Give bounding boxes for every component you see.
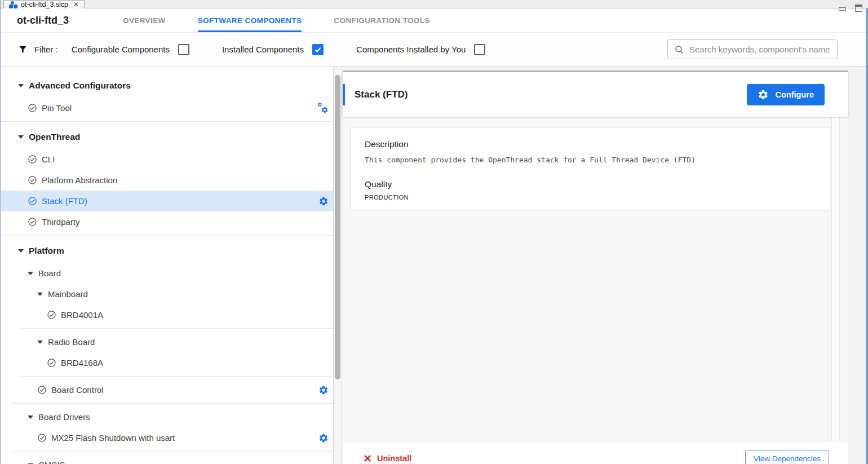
tree-item-cli[interactable]: CLI <box>1 149 333 170</box>
tree-divider <box>20 328 333 329</box>
detail-body: Description This component provides the … <box>343 117 848 441</box>
filter-icon <box>18 45 28 54</box>
tree-item-brd4001a[interactable]: BRD4001A <box>1 304 333 325</box>
tree-item-pin-tool[interactable]: Pin Tool <box>1 98 333 118</box>
accent-bar <box>343 84 345 105</box>
description-heading: Description <box>365 139 816 149</box>
tree-label: CLI <box>42 154 55 164</box>
tree-item-stack-ftd[interactable]: Stack (FTD) <box>1 191 333 211</box>
detail-scrollbar[interactable] <box>831 117 840 441</box>
tree-group-platform[interactable]: Platform <box>1 238 333 263</box>
checkbox-installed-components[interactable] <box>312 44 324 55</box>
tree-label: Platform <box>29 246 64 256</box>
uninstall-x-icon <box>364 454 371 462</box>
main-split: Advanced ConfiguratorsPin ToolOpenThread… <box>1 67 866 464</box>
installed-check-circle-icon <box>28 154 37 164</box>
tree-item-board-control[interactable]: Board Control <box>1 379 333 400</box>
tree-group-board[interactable]: Board <box>1 263 333 284</box>
tree-label: Advanced Configurators <box>29 81 131 91</box>
tab-overview[interactable]: OVERVIEW <box>123 8 166 32</box>
tree-label: Stack (FTD) <box>42 196 87 206</box>
tab-software-components[interactable]: SOFTWARE COMPONENTS <box>198 8 302 32</box>
search-box[interactable] <box>667 39 838 59</box>
search-icon <box>674 45 684 55</box>
app-window: ot-cli-ftd_3.slcp ✕ ot-cli-ftd_3 OVERVIE… <box>0 0 868 464</box>
slcp-project-icon <box>9 1 17 8</box>
tree-group-mainboard[interactable]: Mainboard <box>1 284 333 304</box>
installed-check-circle-icon <box>47 310 56 320</box>
filter-bar: Filter : Configurable ComponentsInstalle… <box>1 32 866 67</box>
chevron-down-icon[interactable] <box>18 249 24 253</box>
chevron-down-icon[interactable] <box>28 272 33 275</box>
description-text: This component provides the OpenThread s… <box>365 156 816 164</box>
chevron-down-icon[interactable] <box>37 293 43 296</box>
installed-check-circle-icon <box>47 358 56 368</box>
project-header: ot-cli-ftd_3 OVERVIEWSOFTWARE COMPONENTS… <box>1 8 866 32</box>
close-icon[interactable]: ✕ <box>73 1 79 8</box>
view-controls <box>839 5 862 12</box>
tab-configuration-tools[interactable]: CONFIGURATION TOOLS <box>334 8 430 32</box>
filter-label: Filter : <box>34 45 58 54</box>
tree-label: Radio Board <box>48 337 95 347</box>
detail-pane: Stack (FTD) Configure Description This c… <box>343 70 848 464</box>
tree-divider <box>1 235 333 236</box>
filter-group-components-installed-by-you: Components Installed by You <box>356 44 485 55</box>
detail-footer: Uninstall View Dependencies <box>343 441 848 464</box>
minimize-icon[interactable] <box>839 7 846 11</box>
tree-item-mx25-flash-shutdown-with-usart[interactable]: MX25 Flash Shutdown with usart <box>1 427 333 448</box>
tree-label: Board Drivers <box>38 412 90 422</box>
editor-tab[interactable]: ot-cli-ftd_3.slcp ✕ <box>3 0 85 8</box>
tree-group-board-drivers[interactable]: Board Drivers <box>1 406 333 427</box>
tree-divider <box>20 376 333 377</box>
filter-checkbox-groups: Configurable ComponentsInstalled Compone… <box>72 44 521 55</box>
installed-check-circle-icon <box>37 385 47 395</box>
quality-heading: Quality <box>365 179 816 189</box>
tree-group-openthread[interactable]: OpenThread <box>1 125 333 149</box>
tree-group-radio-board[interactable]: Radio Board <box>1 332 333 352</box>
description-card: Description This component provides the … <box>351 127 830 210</box>
editor-tab-title: ot-cli-ftd_3.slcp <box>21 1 68 8</box>
checkbox-label: Configurable Components <box>72 45 170 54</box>
detail-header: Stack (FTD) Configure <box>343 72 848 117</box>
installed-check-circle-icon <box>28 217 37 227</box>
configure-button[interactable]: Configure <box>747 84 825 105</box>
search-input[interactable] <box>689 45 831 54</box>
scrollbar-thumb[interactable] <box>335 75 340 379</box>
view-dependencies-button[interactable]: View Dependencies <box>745 450 829 464</box>
chevron-down-icon[interactable] <box>37 341 43 344</box>
configure-button-label: Configure <box>776 90 814 99</box>
tree-item-platform-abstraction[interactable]: Platform Abstraction <box>1 170 333 191</box>
view-dependencies-label: View Dependencies <box>754 454 821 463</box>
uninstall-button[interactable]: Uninstall <box>364 454 411 463</box>
chevron-down-icon[interactable] <box>18 84 24 87</box>
gear-icon <box>758 89 769 100</box>
tree-item-thirdparty[interactable]: Thirdparty <box>1 211 333 232</box>
tree-divider <box>1 121 333 122</box>
configurator-gears-icon[interactable] <box>317 102 329 114</box>
chevron-down-icon[interactable] <box>28 416 33 419</box>
filter-group-configurable-components: Configurable Components <box>72 44 189 55</box>
installed-check-circle-icon <box>28 196 37 206</box>
tree-divider <box>12 451 333 452</box>
tree-label: Thirdparty <box>42 217 80 227</box>
gear-icon[interactable] <box>318 385 329 395</box>
chevron-down-icon[interactable] <box>18 135 24 139</box>
tree-group-advanced-configurators[interactable]: Advanced Configurators <box>1 73 333 98</box>
maximize-icon[interactable] <box>855 5 862 12</box>
editor-tab-strip: ot-cli-ftd_3.slcp ✕ <box>0 0 868 8</box>
gear-icon[interactable] <box>318 196 329 206</box>
tree-group-cmsis[interactable]: CMSIS <box>1 454 333 464</box>
gear-icon[interactable] <box>318 433 329 443</box>
installed-check-circle-icon <box>28 175 37 185</box>
tree-label: MX25 Flash Shutdown with usart <box>51 433 175 443</box>
sidebar-scrollbar[interactable] <box>334 67 342 464</box>
checkbox-configurable-components[interactable] <box>178 44 189 55</box>
checkbox-components-installed-by-you[interactable] <box>474 44 485 55</box>
quality-value: PRODUCTION <box>365 194 816 201</box>
checkbox-label: Components Installed by You <box>356 45 466 54</box>
tree-label: CMSIS <box>38 460 65 464</box>
tree-label: BRD4168A <box>61 358 103 368</box>
tree-divider <box>12 403 333 404</box>
tree-label: Mainboard <box>48 289 88 299</box>
tree-item-brd4168a[interactable]: BRD4168A <box>1 352 333 373</box>
